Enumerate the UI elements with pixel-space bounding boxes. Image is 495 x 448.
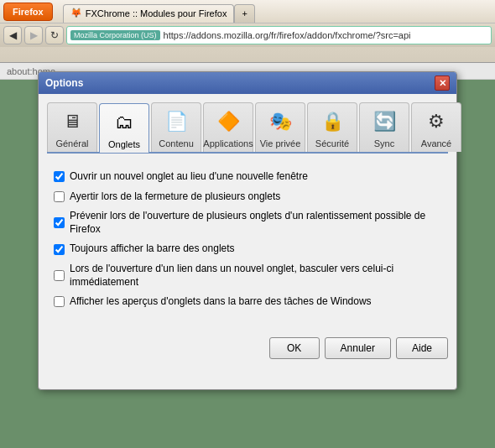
- checkbox-label-3: Prévenir lors de l'ouverture de plusieur…: [70, 210, 441, 236]
- checkbox-row-6: Afficher les aperçus d'onglets dans la b…: [54, 292, 441, 312]
- checkbox-row-5: Lors de l'ouverture d'un lien dans un no…: [54, 259, 441, 292]
- checkbox-3[interactable]: [54, 217, 65, 228]
- tab-title: FXChrome :: Modules pour Firefox: [86, 8, 227, 18]
- tab-icon-securite: 🔒: [319, 108, 346, 135]
- checkbox-row-2: Ayertir lors de la fermeture de plusieur…: [54, 187, 441, 207]
- checkbox-row-3: Prévenir lors de l'ouverture de plusieur…: [54, 206, 441, 239]
- checkbox-row-1: Ouvrir un nouvel onglet au lieu d'une no…: [54, 167, 441, 187]
- tab-favicon: 🦊: [70, 8, 82, 19]
- checkbox-label-6: Afficher les aperçus d'onglets dans la b…: [70, 295, 372, 309]
- tab-icon-onglets: 🗂: [111, 109, 138, 136]
- nav-bar: ◀ ▶ ↻ Mozilla Corporation (US) https://a…: [0, 23, 495, 47]
- dialog-backdrop: Options ✕ 🖥Général🗂Onglets📄Contenu🔶Appli…: [0, 63, 495, 448]
- checkbox-4[interactable]: [54, 244, 65, 255]
- browser-tab[interactable]: 🦊 FXChrome :: Modules pour Firefox: [63, 4, 235, 23]
- tab-icon-avance: ⚙: [423, 108, 450, 135]
- tab-avance[interactable]: ⚙Avancé: [411, 102, 461, 152]
- tab-icon-contenu: 📄: [163, 108, 190, 135]
- dialog-body: 🖥Général🗂Onglets📄Contenu🔶Applications🎭Vi…: [39, 94, 456, 324]
- tab-bar: 🦊 FXChrome :: Modules pour Firefox +: [60, 1, 258, 23]
- ok-button[interactable]: OK: [269, 337, 320, 359]
- close-button[interactable]: ✕: [435, 76, 450, 91]
- tab-vie-privee[interactable]: 🎭Vie privée: [255, 102, 305, 152]
- new-tab-button[interactable]: +: [234, 4, 254, 23]
- browser-chrome: Firefox 🦊 FXChrome :: Modules pour Firef…: [0, 0, 495, 63]
- tab-applications[interactable]: 🔶Applications: [203, 102, 253, 152]
- ssl-badge: Mozilla Corporation (US): [70, 30, 160, 40]
- options-dialog: Options ✕ 🖥Général🗂Onglets📄Contenu🔶Appli…: [38, 71, 457, 390]
- checkbox-label-4: Toujours afficher la barre des onglets: [70, 242, 235, 256]
- checkbox-row-4: Toujours afficher la barre des onglets: [54, 239, 441, 259]
- address-bar[interactable]: Mozilla Corporation (US) https://addons.…: [66, 26, 492, 44]
- tab-label-vie-privee: Vie privée: [260, 138, 301, 148]
- tab-securite[interactable]: 🔒Sécurité: [307, 102, 357, 152]
- address-text: https://addons.mozilla.org/fr/firefox/ad…: [164, 30, 411, 40]
- title-bar: Firefox 🦊 FXChrome :: Modules pour Firef…: [0, 0, 495, 23]
- tab-label-contenu: Contenu: [159, 138, 194, 148]
- cancel-button[interactable]: Annuler: [325, 337, 391, 359]
- dialog-titlebar: Options ✕: [39, 72, 456, 94]
- checkbox-2[interactable]: [54, 191, 65, 202]
- checkbox-label-5: Lors de l'ouverture d'un lien dans un no…: [70, 263, 441, 289]
- tab-onglets[interactable]: 🗂Onglets: [99, 103, 149, 153]
- dialog-footer: OK Annuler Aide: [39, 324, 456, 367]
- tab-label-onglets: Onglets: [108, 139, 140, 149]
- back-button[interactable]: ◀: [3, 26, 22, 44]
- tab-sync[interactable]: 🔄Sync: [359, 102, 409, 152]
- tab-label-securite: Sécurité: [315, 138, 349, 148]
- tab-icon-vie-privee: 🎭: [267, 108, 294, 135]
- dialog-title: Options: [45, 77, 83, 89]
- tab-icon-sync: 🔄: [371, 108, 398, 135]
- help-button[interactable]: Aide: [396, 337, 448, 359]
- reload-button[interactable]: ↻: [45, 26, 64, 44]
- forward-button[interactable]: ▶: [24, 26, 43, 44]
- tab-label-sync: Sync: [374, 138, 394, 148]
- tab-label-avance: Avancé: [421, 138, 452, 148]
- checkboxes-section: Ouvrir un nouvel onglet au lieu d'une no…: [47, 164, 448, 315]
- tab-icon-applications: 🔶: [215, 108, 242, 135]
- checkbox-5[interactable]: [54, 270, 65, 281]
- tab-contenu[interactable]: 📄Contenu: [151, 102, 201, 152]
- checkbox-1[interactable]: [54, 171, 65, 182]
- tab-label-applications: Applications: [203, 138, 253, 148]
- tab-general[interactable]: 🖥Général: [47, 102, 97, 152]
- checkbox-label-2: Ayertir lors de la fermeture de plusieur…: [70, 190, 280, 204]
- checkbox-label-1: Ouvrir un nouvel onglet au lieu d'une no…: [70, 170, 308, 184]
- firefox-menu-button[interactable]: Firefox: [3, 3, 53, 21]
- options-tabs: 🖥Général🗂Onglets📄Contenu🔶Applications🎭Vi…: [47, 102, 448, 154]
- tab-icon-general: 🖥: [59, 108, 86, 135]
- tab-label-general: Général: [55, 138, 88, 148]
- checkbox-6[interactable]: [54, 296, 65, 307]
